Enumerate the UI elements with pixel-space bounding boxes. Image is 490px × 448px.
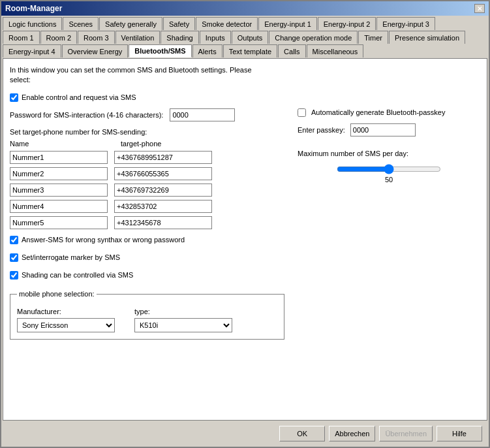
- tab-room-2[interactable]: Room 2: [40, 31, 78, 44]
- sms-slider[interactable]: [337, 163, 441, 176]
- tab-room-3[interactable]: Room 3: [78, 31, 115, 44]
- close-button[interactable]: ✕: [474, 4, 485, 13]
- phone-row-1: [10, 151, 284, 164]
- enter-passkey-row: Enter passkey:: [298, 123, 480, 136]
- tab-energy-input-3[interactable]: Energy-input 3: [376, 17, 435, 30]
- slider-container: 50: [298, 163, 480, 184]
- col-name-header: Name: [10, 140, 114, 148]
- phone-row-2: [10, 167, 284, 180]
- col-phone-header: target-phone: [121, 140, 219, 148]
- enable-sms-row: Enable control and request via SMS: [10, 93, 480, 102]
- answer-sms-row: Answer-SMS for wrong synthax or wrong pa…: [10, 236, 284, 244]
- phone-name-5[interactable]: [10, 216, 108, 229]
- ok-button[interactable]: OK: [279, 426, 325, 441]
- tab-outputs[interactable]: Outputs: [232, 31, 269, 44]
- tab-safety-generally[interactable]: Safety generally: [99, 17, 162, 30]
- tab-presence-simulation[interactable]: Presence simulation: [389, 31, 465, 44]
- phone-number-5[interactable]: [114, 216, 212, 229]
- tab-calls[interactable]: Calls: [278, 44, 305, 57]
- phone-row-4: [10, 200, 284, 213]
- tab-logic-functions[interactable]: Logic functions: [3, 17, 62, 30]
- tab-row-3: Energy-input 4Overview EnergyBluetooth/S…: [3, 44, 487, 57]
- main-two-column: Password for SMS-interaction (4-16 chara…: [10, 108, 480, 340]
- auto-bluetooth-label: Automatically generate Bluetooth-passkey: [311, 108, 445, 116]
- shading-sms-label: Shading can be controlled via SMS: [22, 271, 133, 279]
- tab-room-1[interactable]: Room 1: [3, 31, 40, 44]
- tab-bluetooth/sms[interactable]: Bluetooth/SMS: [129, 44, 191, 57]
- sms-limit-section: Maximum number of SMS per day: 50: [298, 150, 480, 184]
- phone-name-1[interactable]: [10, 151, 108, 164]
- phone-number-2[interactable]: [114, 167, 212, 180]
- tab-ventilation[interactable]: Ventilation: [115, 31, 161, 44]
- checkboxes-section: Answer-SMS for wrong synthax or wrong pa…: [10, 236, 284, 286]
- enable-sms-checkbox[interactable]: [10, 93, 18, 102]
- type-field: type: K510iK750iW800i: [134, 308, 232, 332]
- tab-energy-input-4[interactable]: Energy-input 4: [3, 44, 61, 57]
- answer-sms-checkbox[interactable]: [10, 236, 18, 244]
- set-marker-checkbox[interactable]: [10, 253, 18, 262]
- target-phone-section: Set target-phone number for SMS-sending:…: [10, 128, 284, 229]
- target-phone-label: Set target-phone number for SMS-sending:: [10, 128, 284, 136]
- manufacturer-field: Manufacturer: Sony EricssonNokiaSamsungA…: [17, 308, 115, 332]
- tab-inputs[interactable]: Inputs: [200, 31, 231, 44]
- set-marker-label: Set/interrogate marker by SMS: [22, 253, 120, 261]
- left-column: Password for SMS-interaction (4-16 chara…: [10, 108, 284, 340]
- manufacturer-select[interactable]: Sony EricssonNokiaSamsungApple: [17, 318, 115, 332]
- phone-number-3[interactable]: [114, 184, 212, 197]
- shading-sms-checkbox[interactable]: [10, 271, 18, 280]
- phone-number-1[interactable]: [114, 151, 212, 164]
- sms-password-row: Password for SMS-interaction (4-16 chara…: [10, 108, 284, 121]
- tab-row-2: Room 1Room 2Room 3VentilationShadingInpu…: [3, 31, 487, 44]
- mobile-phone-inner: Manufacturer: Sony EricssonNokiaSamsungA…: [17, 308, 277, 332]
- tab-timer[interactable]: Timer: [358, 31, 388, 44]
- help-button[interactable]: Hilfe: [436, 426, 482, 441]
- tab-shading[interactable]: Shading: [161, 31, 198, 44]
- tab-text-template[interactable]: Text template: [223, 44, 277, 57]
- tab-safety[interactable]: Safety: [163, 17, 195, 30]
- tab-row-1: Logic functionsScenesSafety generallySaf…: [3, 17, 487, 30]
- sms-password-label: Password for SMS-interaction (4-16 chara…: [10, 111, 163, 119]
- sms-password-input[interactable]: [170, 108, 235, 121]
- cancel-button[interactable]: Abbrechen: [329, 426, 375, 441]
- type-label: type:: [134, 308, 232, 315]
- content-area: In this window you can set the common SM…: [3, 58, 487, 421]
- shading-sms-row: Shading can be controlled via SMS: [10, 271, 284, 280]
- mobile-phone-legend: mobile phone selection:: [17, 290, 97, 298]
- intro-line2: select:: [10, 76, 31, 84]
- mobile-phone-group: mobile phone selection: Manufacturer: So…: [10, 294, 284, 340]
- tab-change-operation-mode[interactable]: Change operation mode: [269, 31, 358, 44]
- title-bar: Room-Manager ✕: [1, 1, 489, 16]
- tab-miscellaneous[interactable]: Miscellaneous: [307, 44, 364, 57]
- type-select[interactable]: K510iK750iW800i: [134, 318, 232, 332]
- tab-alerts[interactable]: Alerts: [192, 44, 222, 57]
- tab-smoke-detector[interactable]: Smoke detector: [196, 17, 258, 30]
- auto-bluetooth-checkbox[interactable]: [298, 108, 306, 117]
- phone-row-3: [10, 184, 284, 197]
- passkey-input[interactable]: [350, 123, 416, 136]
- sms-max-value: 50: [385, 176, 393, 184]
- tab-energy-input-2[interactable]: Energy-input 2: [318, 17, 376, 30]
- enable-sms-label: Enable control and request via SMS: [22, 93, 136, 101]
- enter-passkey-label: Enter passkey:: [298, 126, 345, 134]
- intro-text: In this window you can set the common SM…: [10, 65, 480, 86]
- phone-name-2[interactable]: [10, 167, 108, 180]
- intro-line1: In this window you can set the common SM…: [10, 66, 252, 74]
- tab-energy-input-1[interactable]: Energy-input 1: [258, 17, 317, 30]
- phone-number-4[interactable]: [114, 200, 212, 213]
- tabs-container: Logic functionsScenesSafety generallySaf…: [1, 16, 489, 58]
- auto-bluetooth-row: Automatically generate Bluetooth-passkey: [298, 108, 480, 117]
- window-title: Room-Manager: [5, 4, 62, 13]
- tab-scenes[interactable]: Scenes: [63, 17, 99, 30]
- apply-button[interactable]: Übernehmen: [379, 426, 433, 441]
- answer-sms-label: Answer-SMS for wrong synthax or wrong pa…: [22, 236, 185, 244]
- set-marker-row: Set/interrogate marker by SMS: [10, 253, 284, 262]
- phone-header-row: Name target-phone: [10, 140, 284, 148]
- max-sms-label: Maximum number of SMS per day:: [298, 150, 480, 157]
- room-manager-window: Room-Manager ✕ Logic functionsScenesSafe…: [0, 0, 490, 448]
- right-column: Automatically generate Bluetooth-passkey…: [298, 108, 480, 340]
- phone-name-3[interactable]: [10, 184, 108, 197]
- bluetooth-section: Automatically generate Bluetooth-passkey…: [298, 108, 480, 136]
- tab-overview-energy[interactable]: Overview Energy: [62, 44, 129, 57]
- manufacturer-label: Manufacturer:: [17, 308, 115, 315]
- phone-name-4[interactable]: [10, 200, 108, 213]
